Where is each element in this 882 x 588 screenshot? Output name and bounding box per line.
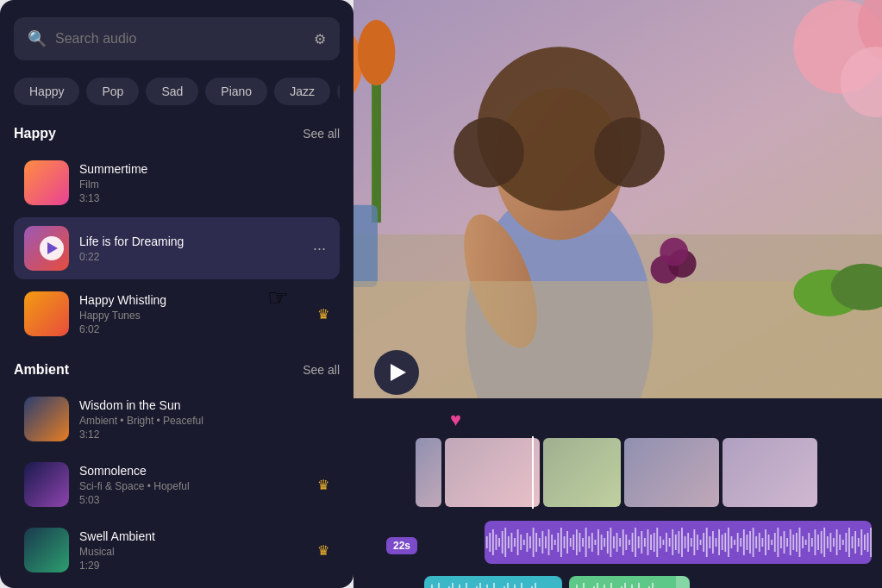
svg-rect-57 [595, 540, 597, 545]
svg-rect-44 [554, 540, 556, 545]
svg-rect-191 [610, 583, 612, 588]
search-input[interactable] [55, 31, 305, 47]
more-button-dreaming[interactable]: ··· [310, 236, 329, 261]
svg-rect-145 [867, 533, 869, 552]
svg-rect-26 [498, 538, 500, 547]
svg-rect-172 [514, 585, 516, 588]
crown-icon-somnolence: ♛ [317, 477, 329, 493]
svg-rect-39 [539, 538, 541, 547]
track-wisdom[interactable]: Wisdom in the Sun Ambient • Bright • Pea… [14, 388, 340, 450]
svg-rect-86 [685, 536, 686, 548]
waveform-track-green[interactable]: ⋮ [569, 576, 690, 588]
track-name-whistling: Happy Whistling [79, 293, 307, 307]
svg-rect-81 [669, 538, 671, 547]
svg-rect-137 [842, 540, 844, 545]
heart-icon[interactable]: ♥ [450, 409, 461, 431]
svg-rect-105 [743, 529, 745, 555]
svg-rect-22 [486, 536, 488, 548]
svg-rect-134 [833, 538, 835, 547]
svg-rect-48 [566, 531, 568, 554]
svg-rect-73 [644, 538, 646, 547]
waveform-track-purple[interactable]: // Generate bars via SVG rects inline [485, 521, 872, 564]
filter-button[interactable]: ⚙ [314, 31, 326, 47]
tags-row: Happy Pop Sad Piano Jazz Bi+ [14, 78, 340, 105]
svg-rect-77 [656, 528, 658, 557]
svg-rect-131 [823, 528, 825, 557]
svg-rect-50 [572, 535, 574, 550]
svg-rect-189 [604, 585, 605, 588]
timeline-area: ♥ 22s [353, 398, 882, 588]
waveform-svg-green [569, 576, 667, 588]
track-meta-summertime: Film [79, 178, 329, 191]
thumb-strip-item-2 [445, 438, 540, 507]
svg-point-6 [594, 117, 665, 188]
waveform-track-cyan[interactable] [424, 576, 562, 588]
svg-rect-87 [687, 533, 689, 552]
svg-rect-114 [771, 540, 773, 545]
svg-rect-111 [761, 538, 763, 547]
svg-rect-65 [619, 538, 621, 547]
tag-happy[interactable]: Happy [14, 78, 79, 105]
thumbnail-strip [416, 438, 872, 507]
svg-rect-59 [601, 535, 603, 550]
track-thumb-dreaming [24, 226, 69, 271]
svg-rect-64 [616, 533, 618, 552]
track-meta-swell: Musical [79, 546, 307, 558]
track-end-handle[interactable]: ⋮ [676, 576, 690, 588]
svg-rect-203 [652, 583, 654, 588]
svg-rect-28 [504, 528, 506, 557]
track-swell[interactable]: Swell Ambient Musical 1:29 ♛ [14, 519, 340, 581]
track-whistling[interactable]: Happy Whistling Happy Tunes 6:02 ♛ [14, 283, 340, 345]
svg-rect-93 [706, 528, 708, 557]
svg-rect-23 [489, 533, 491, 552]
svg-rect-102 [734, 540, 735, 545]
tag-sad[interactable]: Sad [146, 78, 198, 105]
ambient-see-all[interactable]: See all [303, 363, 340, 377]
track-thumb-whistling [24, 291, 69, 336]
track-meta-somnolence: Sci-fi & Space • Hopeful [79, 480, 307, 492]
happy-see-all[interactable]: See all [303, 127, 340, 141]
tag-pop[interactable]: Pop [86, 78, 139, 105]
svg-rect-37 [533, 528, 535, 557]
track-thumb-wisdom [24, 397, 69, 441]
track-name-dreaming: Life is for Dreaming [79, 235, 299, 248]
svg-rect-85 [681, 528, 683, 557]
svg-point-11 [358, 20, 395, 85]
tag-piano[interactable]: Piano [205, 78, 267, 105]
svg-rect-122 [796, 533, 798, 552]
crown-icon-whistling: ♛ [317, 306, 329, 322]
track-somnolence[interactable]: Somnolence Sci-fi & Space • Hopeful 5:03… [14, 454, 340, 516]
svg-rect-121 [792, 535, 794, 550]
svg-point-19 [660, 238, 688, 266]
svg-rect-143 [860, 529, 862, 555]
svg-rect-103 [737, 533, 739, 552]
track-dreaming[interactable]: Life is for Dreaming 0:22 ··· [14, 217, 340, 279]
svg-rect-43 [551, 535, 553, 550]
svg-rect-55 [588, 536, 590, 548]
svg-rect-33 [520, 535, 522, 550]
svg-rect-195 [624, 583, 626, 588]
svg-rect-117 [780, 536, 782, 548]
svg-rect-91 [700, 540, 702, 545]
main-photo-svg [353, 0, 882, 398]
svg-rect-78 [660, 536, 661, 548]
svg-rect-70 [635, 528, 636, 557]
svg-rect-109 [755, 536, 757, 548]
track-thumb-swell [24, 528, 69, 572]
svg-rect-129 [817, 535, 819, 550]
track-actions-somnolence: ♛ [317, 477, 329, 493]
svg-rect-136 [839, 535, 841, 550]
svg-rect-58 [597, 529, 599, 555]
svg-rect-40 [541, 531, 543, 554]
track-summertime[interactable]: Summertime Film 3:13 [14, 152, 340, 214]
svg-rect-100 [728, 528, 729, 557]
tag-more[interactable]: Bi+ [337, 78, 340, 105]
svg-rect-107 [749, 531, 751, 554]
svg-rect-181 [576, 585, 578, 588]
search-icon: 🔍 [28, 29, 47, 48]
play-button[interactable] [374, 350, 419, 395]
svg-rect-138 [845, 533, 847, 552]
main-image [353, 0, 882, 398]
tag-jazz[interactable]: Jazz [274, 78, 330, 105]
svg-rect-69 [632, 533, 634, 552]
